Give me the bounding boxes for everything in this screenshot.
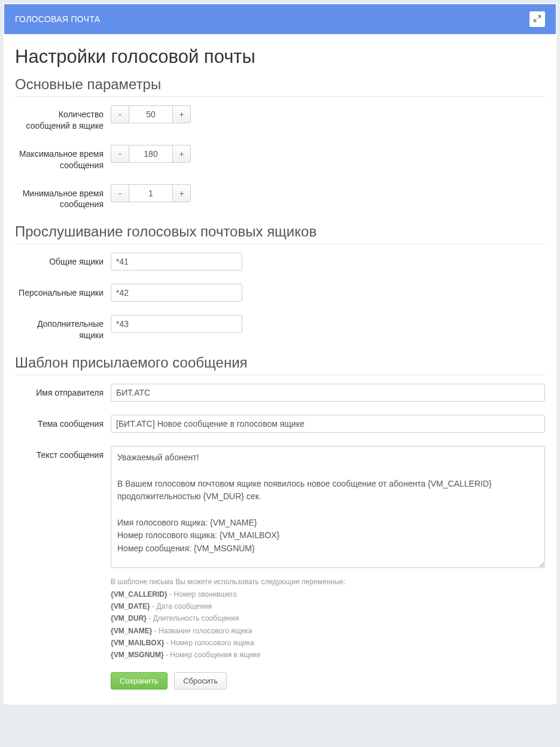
help-var-1-name: {VM_DATE} bbox=[111, 602, 150, 611]
label-extra-mailbox: Дополнительные ящики bbox=[15, 315, 111, 341]
row-maxmsg: Количество сообщений в ящике - + bbox=[15, 105, 545, 132]
save-button[interactable]: Сохранить bbox=[111, 672, 168, 690]
input-general-mailbox[interactable] bbox=[111, 253, 242, 271]
label-personal-mailbox: Персональные ящики bbox=[15, 284, 111, 299]
section-basic-title: Основные параметры bbox=[15, 76, 545, 97]
spinner-maxtime-minus[interactable]: - bbox=[111, 145, 129, 163]
help-var-1-desc: - Дата сообщения bbox=[150, 602, 212, 611]
button-row: Сохранить Сбросить bbox=[111, 672, 545, 690]
spinner-maxtime-plus[interactable]: + bbox=[173, 145, 191, 163]
input-subject[interactable] bbox=[111, 415, 545, 433]
spinner-mintime-minus[interactable]: - bbox=[111, 184, 129, 202]
help-var-0-name: {VM_CALLERID} bbox=[111, 590, 168, 599]
label-body: Текст сообщения bbox=[15, 446, 111, 461]
row-personal-mailbox: Персональные ящики bbox=[15, 284, 545, 302]
expand-icon bbox=[533, 14, 541, 25]
row-extra-mailbox: Дополнительные ящики bbox=[15, 315, 545, 341]
help-intro: В шаблоне письма Вы можете использовать … bbox=[111, 578, 346, 586]
help-var-2-desc: - Длительность сообщения bbox=[147, 614, 239, 622]
help-var-0-desc: - Номер звонившего bbox=[168, 590, 237, 599]
row-mintime: Минимальное время сообщения - + bbox=[15, 184, 545, 211]
help-var-5-name: {VM_MSGNUM} bbox=[111, 651, 164, 659]
spinner-mintime-plus[interactable]: + bbox=[173, 184, 191, 202]
label-maxtime: Максимальное время сообщения bbox=[15, 145, 111, 171]
input-sender[interactable] bbox=[111, 384, 545, 402]
input-extra-mailbox[interactable] bbox=[111, 315, 242, 333]
row-general-mailbox: Общие ящики bbox=[15, 253, 545, 271]
label-general-mailbox: Общие ящики bbox=[15, 253, 111, 268]
row-subject: Тема сообщения bbox=[15, 415, 545, 433]
voicemail-panel: ГОЛОСОВАЯ ПОЧТА Настройки голосовой почт… bbox=[4, 4, 556, 705]
spinner-maxmsg-input[interactable] bbox=[129, 105, 173, 123]
help-var-5-desc: - Номер сообщения в ящике bbox=[164, 651, 261, 659]
label-sender: Имя отправителя bbox=[15, 384, 111, 399]
panel-body: Настройки голосовой почты Основные парам… bbox=[4, 34, 556, 704]
textarea-body[interactable] bbox=[111, 446, 545, 568]
label-mintime: Минимальное время сообщения bbox=[15, 184, 111, 211]
spinner-maxmsg-plus[interactable]: + bbox=[173, 105, 191, 123]
section-listen-title: Прослушивание голосовых почтовых ящиков bbox=[15, 223, 545, 244]
help-var-4-desc: - Номер голосового ящика bbox=[164, 639, 254, 647]
spinner-maxtime: - + bbox=[111, 145, 191, 163]
panel-header: ГОЛОСОВАЯ ПОЧТА bbox=[4, 4, 556, 34]
spinner-maxmsg-minus[interactable]: - bbox=[111, 105, 129, 123]
template-help: В шаблоне письма Вы можете использовать … bbox=[111, 576, 545, 661]
row-maxtime: Максимальное время сообщения - + bbox=[15, 145, 545, 171]
label-subject: Тема сообщения bbox=[15, 415, 111, 430]
label-maxmsg: Количество сообщений в ящике bbox=[15, 105, 111, 132]
reset-button[interactable]: Сбросить bbox=[174, 672, 227, 690]
panel-title: ГОЛОСОВАЯ ПОЧТА bbox=[15, 14, 100, 24]
spinner-maxtime-input[interactable] bbox=[129, 145, 173, 163]
input-personal-mailbox[interactable] bbox=[111, 284, 242, 302]
page-heading: Настройки голосовой почты bbox=[15, 46, 545, 68]
help-var-3-desc: - Название голосового ящика bbox=[152, 627, 252, 635]
spinner-mintime: - + bbox=[111, 184, 191, 202]
help-var-4-name: {VM_MAILBOX} bbox=[111, 639, 164, 647]
row-sender: Имя отправителя bbox=[15, 384, 545, 402]
row-body: Текст сообщения В шаблоне письма Вы може… bbox=[15, 446, 545, 690]
spinner-maxmsg: - + bbox=[111, 105, 191, 123]
section-template-title: Шаблон присылаемого сообщения bbox=[15, 354, 545, 375]
help-var-3-name: {VM_NAME} bbox=[111, 627, 152, 635]
help-var-2-name: {VM_DUR} bbox=[111, 614, 147, 622]
spinner-mintime-input[interactable] bbox=[129, 184, 173, 202]
expand-button[interactable] bbox=[529, 11, 545, 27]
